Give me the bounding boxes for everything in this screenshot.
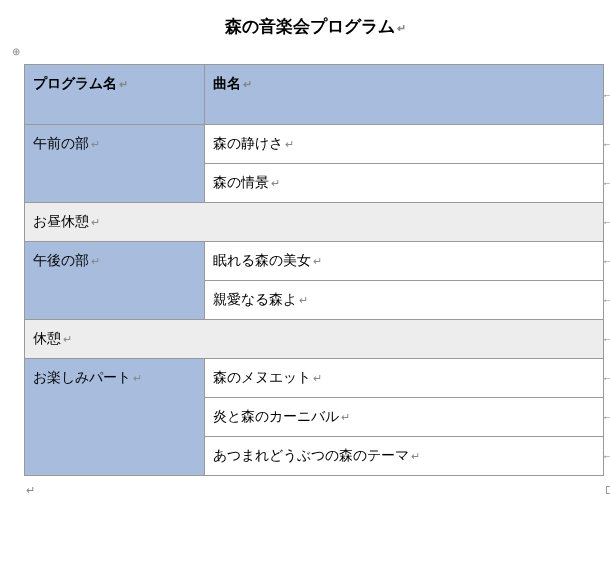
song-cell: 親愛なる森よ↵ ←	[205, 281, 604, 320]
return-mark: ↵	[397, 22, 406, 34]
page-title: 森の音楽会プログラム↵	[10, 15, 610, 38]
song-cell: 炎と森のカーニバル↵ ←	[205, 398, 604, 437]
header-song: 曲名↵ ←	[205, 65, 604, 125]
program-table: プログラム名↵ ← 曲名↵ ← 午前の部↵ 森の静けさ↵ ←	[24, 64, 604, 476]
header-row: プログラム名↵ ← 曲名↵ ←	[25, 65, 604, 125]
song-cell: 森の静けさ↵ ←	[205, 125, 604, 164]
program-cell: お楽しみパート↵	[25, 359, 205, 476]
song-cell: 森の情景↵ ←	[205, 164, 604, 203]
break-cell: お昼休憩↵ ←	[25, 203, 604, 242]
table-anchor-icon: ⊕	[12, 46, 20, 57]
table-row: 午前の部↵ 森の静けさ↵ ←	[25, 125, 604, 164]
program-cell: 午後の部↵	[25, 242, 205, 320]
program-cell: 午前の部↵	[25, 125, 205, 203]
table-row: お楽しみパート↵ 森のメヌエット↵ ←	[25, 359, 604, 398]
resize-handle-icon	[606, 486, 610, 494]
break-cell: 休憩↵ ←	[25, 320, 604, 359]
song-cell: 森のメヌエット↵ ←	[205, 359, 604, 398]
header-program: プログラム名↵ ←	[25, 65, 205, 125]
break-row: 休憩↵ ←	[25, 320, 604, 359]
table-row: 午後の部↵ 眠れる森の美女↵ ←	[25, 242, 604, 281]
song-cell: あつまれどうぶつの森のテーマ↵ ←	[205, 437, 604, 476]
break-row: お昼休憩↵ ←	[25, 203, 604, 242]
song-cell: 眠れる森の美女↵ ←	[205, 242, 604, 281]
paragraph-mark: ↵	[24, 480, 610, 498]
